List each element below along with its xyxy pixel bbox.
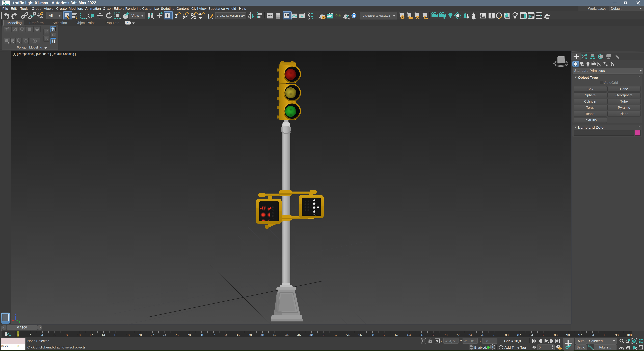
svg-text:x: x [11, 317, 13, 320]
svg-text:a: a [353, 14, 355, 18]
svg-text:3: 3 [174, 13, 178, 19]
svg-text:y: y [19, 320, 21, 323]
svg-text:{: { [208, 13, 210, 19]
svg-text:z: z [15, 312, 16, 315]
